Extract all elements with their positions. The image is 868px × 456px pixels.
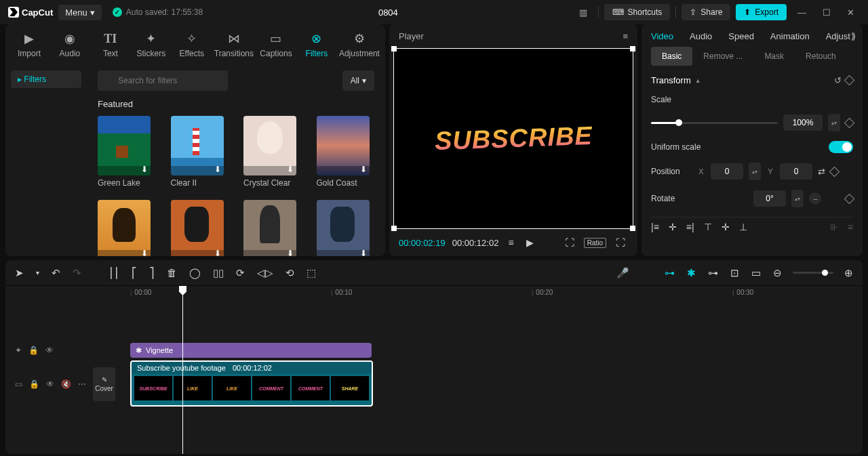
group-tool[interactable]: ▯▯ <box>212 266 225 281</box>
video-icon[interactable]: ▭ <box>15 379 22 389</box>
scan-icon[interactable]: ⛶ <box>562 236 577 249</box>
position-x-input[interactable] <box>711 163 743 180</box>
filter-item[interactable]: ⬇Gold Coast <box>317 116 375 188</box>
mirror-tool[interactable]: ◁▷ <box>256 266 275 281</box>
tab-stickers[interactable]: ✦Stickers <box>132 27 171 65</box>
align-center-h-icon[interactable]: ✛ <box>669 222 677 232</box>
tab-audio[interactable]: ◉Audio <box>50 27 90 65</box>
lock-icon[interactable]: 🔒 <box>29 379 39 389</box>
rotate-input[interactable] <box>753 190 786 207</box>
subtab-remove[interactable]: Remove ... <box>692 47 753 66</box>
align-right-icon[interactable]: ≡| <box>686 222 694 232</box>
player-viewport[interactable]: SUBSCRIBE <box>393 48 633 229</box>
filter-item[interactable]: ⬇ <box>98 200 156 256</box>
filter-item[interactable]: ⬇Crystal Clear <box>243 116 302 188</box>
cover-button[interactable]: ✎ Cover <box>93 367 115 401</box>
search-input[interactable] <box>98 70 228 91</box>
close-button[interactable]: ✕ <box>842 7 860 18</box>
rotate-tool[interactable]: ⟲ <box>284 266 296 281</box>
undo-button[interactable]: ↶ <box>50 266 62 281</box>
tab-effects[interactable]: ✧Effects <box>172 27 212 65</box>
tab-import[interactable]: ▶Import <box>9 27 49 65</box>
distribute-h-icon[interactable]: ⊪ <box>830 222 838 232</box>
timeline-ruler[interactable]: 00:00 00:10 00:20 00:30 <box>127 286 863 301</box>
tab-text[interactable]: TIText <box>91 27 130 65</box>
eye-icon[interactable]: 👁 <box>45 346 54 355</box>
filter-item[interactable]: ⬇Green Lake <box>98 116 156 188</box>
magnet-tool[interactable]: ⊶ <box>663 266 676 281</box>
ratio-button[interactable]: Ratio <box>584 238 606 248</box>
preview-tool[interactable]: ⊡ <box>729 266 741 281</box>
align-bottom-icon[interactable]: ⊥ <box>739 222 747 232</box>
more-icon[interactable]: ⟫ <box>851 31 856 41</box>
split-tool[interactable]: ⎮⎮ <box>107 266 121 281</box>
scale-stepper[interactable]: ▴▾ <box>828 114 840 131</box>
resize-handle[interactable] <box>630 46 635 51</box>
mute-icon[interactable]: 🔇 <box>61 379 71 389</box>
link-icon[interactable]: ⇄ <box>818 167 825 177</box>
distribute-v-icon[interactable]: ≡ <box>848 222 853 232</box>
selection-tool[interactable]: ➤ <box>14 266 25 281</box>
snap-tool[interactable]: ✱ <box>686 266 697 281</box>
maximize-button[interactable]: ☐ <box>817 7 836 18</box>
keyframe-icon[interactable] <box>844 117 855 128</box>
crop-tool[interactable]: ⬚ <box>305 266 317 281</box>
filter-item[interactable]: ⬇ <box>243 200 302 256</box>
player-menu-icon[interactable]: ≡ <box>623 31 628 41</box>
list-icon[interactable]: ≡ <box>505 236 516 249</box>
tab-animation[interactable]: Animation <box>770 31 810 41</box>
subtab-basic[interactable]: Basic <box>651 47 692 66</box>
menu-button[interactable]: Menu ▾ <box>58 5 102 20</box>
tool-dropdown[interactable]: ▾ <box>35 268 41 278</box>
marker-tool[interactable]: ◯ <box>188 266 202 281</box>
scale-slider[interactable] <box>651 122 778 124</box>
zoom-in-button[interactable]: ⊕ <box>843 266 854 281</box>
eye-icon[interactable]: 👁 <box>46 379 54 389</box>
tab-video[interactable]: Video <box>651 31 673 41</box>
transform-header[interactable]: Transform ▲ ↺ <box>651 75 853 85</box>
filter-item[interactable]: ⬇ <box>317 200 375 256</box>
tab-speed[interactable]: Speed <box>728 31 754 41</box>
trim-right-tool[interactable]: ⎤ <box>148 266 156 281</box>
rotate-dial[interactable]: ‒ <box>809 192 821 205</box>
filter-item[interactable]: ⬇ <box>171 200 229 256</box>
link-tool[interactable]: ⊶ <box>707 266 719 281</box>
share-button[interactable]: ⇪ Share <box>682 4 730 20</box>
resize-handle[interactable] <box>391 46 397 51</box>
video-clip[interactable]: Subscribe youtube footage 00:00:12:02 SU… <box>130 360 373 407</box>
filter-clip[interactable]: ✱ Vignette <box>130 343 372 358</box>
keyframe-icon[interactable] <box>829 166 840 177</box>
more-icon[interactable]: ⋯ <box>78 379 86 389</box>
fullscreen-button[interactable]: ⛶ <box>613 236 628 249</box>
x-stepper[interactable]: ▴▾ <box>749 163 761 180</box>
zoom-out-button[interactable]: ⊖ <box>772 266 783 281</box>
layout-icon[interactable]: ▥ <box>574 7 593 18</box>
play-button[interactable]: ▶ <box>524 236 536 249</box>
resize-handle[interactable] <box>630 226 635 231</box>
subtab-retouch[interactable]: Retouch <box>795 47 847 66</box>
tab-adjustment[interactable]: ⚙Adjustment <box>338 27 381 65</box>
delete-tool[interactable]: 🗑 <box>165 266 178 280</box>
subtab-mask[interactable]: Mask <box>753 47 795 66</box>
scale-input[interactable] <box>783 115 823 131</box>
keyframe-icon[interactable] <box>844 193 855 204</box>
tab-filters[interactable]: ⊗Filters <box>297 27 336 65</box>
tab-transitions[interactable]: ⋈Transitions <box>213 27 255 65</box>
redo-button[interactable]: ↷ <box>71 266 83 281</box>
effects-icon[interactable]: ✦ <box>15 346 22 355</box>
export-button[interactable]: ⬆ Export <box>736 4 787 20</box>
position-y-input[interactable] <box>780 163 812 180</box>
tab-adjust[interactable]: Adjust <box>826 31 850 41</box>
filter-item[interactable]: ⬇Clear II <box>171 116 229 188</box>
keyframe-icon[interactable] <box>844 75 855 86</box>
tab-captions[interactable]: ▭Captions <box>256 27 296 65</box>
resize-handle[interactable] <box>391 226 397 231</box>
playhead[interactable] <box>182 287 183 454</box>
lock-icon[interactable]: 🔒 <box>28 346 39 355</box>
track-area[interactable]: ✱ Vignette Subscribe youtube footage 00:… <box>127 301 863 454</box>
trim-left-tool[interactable]: ⎡ <box>130 266 138 281</box>
align-top-icon[interactable]: ⊤ <box>704 222 712 232</box>
refresh-tool[interactable]: ⟳ <box>235 266 246 281</box>
tab-audio[interactable]: Audio <box>690 31 712 41</box>
align-left-icon[interactable]: |≡ <box>651 222 659 232</box>
